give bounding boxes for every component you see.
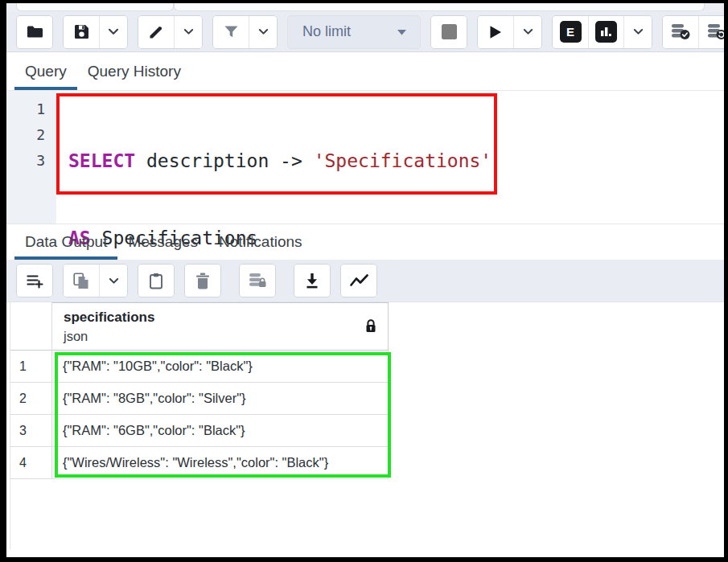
chevron-down-icon (633, 28, 644, 35)
explain-analyze-button[interactable] (588, 16, 623, 48)
filter-button-group (212, 15, 278, 49)
stop-button[interactable] (431, 16, 467, 48)
chevron-down-icon (523, 28, 533, 35)
column-name: specifications (64, 308, 380, 327)
explain-e-icon: E (560, 21, 582, 43)
tab-messages[interactable]: Messages (117, 224, 208, 260)
query-tool-window: No limit (6, 3, 724, 557)
panel-tab-fragment (16, 3, 174, 11)
table-row: 1 {"RAM": "10GB","color": "Black"} (10, 351, 724, 383)
column-header-specifications[interactable]: specifications json (52, 302, 389, 351)
table-row: 2 {"RAM": "8GB","color": "Silver"} (10, 383, 724, 415)
explain-button[interactable]: E (553, 16, 588, 48)
grid-header-row: specifications json (10, 302, 724, 351)
save-button-group (63, 15, 128, 49)
execute-options-button[interactable] (513, 16, 541, 48)
tab-query[interactable]: Query (14, 52, 77, 90)
stop-square-icon (442, 24, 457, 39)
sql-text: description -> (135, 150, 314, 171)
code-line: SELECT description -> 'Specifications' (68, 148, 492, 174)
column-type: json (64, 327, 380, 345)
chevron-down-icon (183, 28, 194, 35)
add-row-group (16, 264, 53, 297)
save-options-button[interactable] (99, 16, 127, 48)
sql-string: 'Specifications' (314, 150, 492, 171)
edit-button[interactable] (138, 16, 174, 48)
add-row-button[interactable] (17, 265, 52, 297)
data-output-grid: specifications json 1 {"RAM": "10GB","co… (6, 302, 724, 557)
filter-options-button[interactable] (249, 16, 277, 48)
filter-funnel-icon (224, 25, 239, 39)
row-number-cell[interactable]: 3 (10, 415, 52, 447)
panel-tab-fragment (174, 3, 705, 11)
tab-query-history[interactable]: Query History (77, 52, 191, 90)
row-number-cell[interactable]: 4 (10, 447, 52, 479)
line-number: 1 (6, 96, 45, 122)
table-row: 3 {"RAM": "6GB","color": "Black"} (10, 415, 724, 447)
edit-options-button[interactable] (174, 16, 202, 48)
caret-down-icon (397, 29, 407, 35)
row-number-cell[interactable]: 2 (10, 383, 52, 415)
save-icon (74, 24, 89, 39)
query-panel-tabbar: Query Query History (6, 52, 724, 90)
query-toolbar: No limit (6, 12, 724, 52)
transaction-button-group (662, 15, 724, 49)
sql-keyword: SELECT (68, 150, 135, 171)
explain-options-button[interactable] (623, 16, 652, 48)
commit-button[interactable] (663, 16, 698, 48)
add-row-icon (27, 273, 43, 289)
database-rollback-icon (707, 23, 725, 40)
row-limit-dropdown[interactable]: No limit (287, 15, 421, 49)
database-commit-icon (671, 23, 690, 40)
pencil-icon (149, 25, 163, 39)
file-button-group (16, 15, 53, 49)
explain-analyze-bars-icon (595, 21, 617, 43)
rollback-button[interactable] (698, 16, 724, 48)
play-icon (489, 25, 502, 39)
filter-button[interactable] (213, 16, 249, 48)
json-value-cell[interactable]: {"RAM": "8GB","color": "Silver"} (52, 383, 389, 415)
sql-code[interactable]: SELECT description -> 'Specifications' A… (56, 91, 492, 224)
panel-tab-strip (6, 3, 724, 12)
json-value-cell[interactable]: {"RAM": "6GB","color": "Black"} (52, 415, 389, 447)
json-value-cell[interactable]: {"RAM": "10GB","color": "Black"} (52, 351, 389, 383)
execute-button[interactable] (478, 16, 513, 48)
json-value-cell[interactable]: {"Wires/Wireless": "Wireless","color": "… (52, 447, 389, 479)
sql-editor[interactable]: 1 2 3 SELECT description -> 'Specificati… (6, 90, 724, 224)
screenshot-frame: No limit (0, 0, 728, 562)
chevron-down-icon (108, 28, 119, 35)
row-limit-value: No limit (302, 23, 351, 40)
chevron-down-icon (258, 28, 269, 35)
tab-data-output[interactable]: Data Output (14, 224, 117, 260)
stop-button-group (430, 15, 467, 49)
line-number: 3 (6, 148, 45, 174)
explain-button-group: E (552, 15, 652, 49)
edit-button-group (138, 15, 203, 49)
execute-button-group (477, 15, 542, 49)
open-file-button[interactable] (17, 16, 52, 48)
table-row: 4 {"Wires/Wireless": "Wireless","color":… (10, 447, 724, 479)
line-number-gutter: 1 2 3 (6, 91, 56, 224)
save-button[interactable] (64, 16, 99, 48)
line-number: 2 (6, 122, 45, 148)
row-number-cell[interactable]: 1 (10, 351, 52, 383)
lock-icon (365, 319, 376, 333)
folder-icon (27, 25, 43, 39)
row-number-header-cell (10, 302, 52, 351)
tab-notifications[interactable]: Notifications (208, 224, 313, 260)
